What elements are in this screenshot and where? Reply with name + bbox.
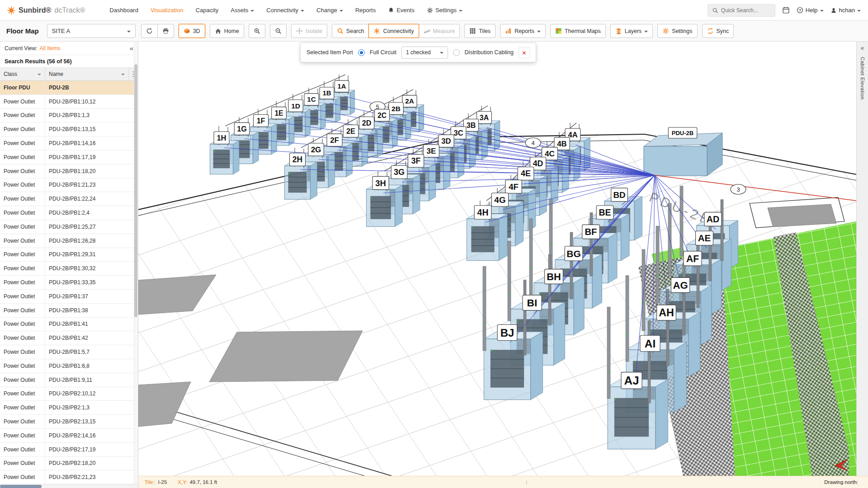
table-row[interactable]: Power OutletPDU-2B/PB1:13,15 <box>0 122 138 136</box>
thermal-maps-button[interactable]: Thermal Maps <box>550 24 606 38</box>
floor-map-canvas[interactable]: PDU-2B5431A1B1C1D1E1F1G1H2A2B2C2D2E2F2G2… <box>138 42 856 476</box>
measure-button[interactable]: Measure <box>419 24 460 38</box>
svg-text:4G: 4G <box>494 195 505 205</box>
connectivity-options-panel: Selected Item Port Full Circuit 1 checke… <box>300 42 536 62</box>
table-row[interactable]: Power OutletPDU-2B/PB1:42 <box>0 331 138 345</box>
current-view-value[interactable]: All Items <box>39 45 60 52</box>
nav-item-reports[interactable]: Reports <box>355 7 376 14</box>
cabinet-elevation-panel[interactable]: « Cabinet Elevation <box>856 42 868 476</box>
sidebar-hscrollbar-thumb[interactable] <box>0 485 42 488</box>
table-row[interactable]: Power OutletPDU-2B/PB2:13,15 <box>0 415 138 429</box>
nav-item-capacity[interactable]: Capacity <box>196 7 219 14</box>
search-button[interactable]: Search <box>332 24 369 38</box>
site-selector[interactable]: SITE A <box>47 24 136 38</box>
chevron-down-icon <box>127 31 131 33</box>
table-row[interactable]: Power OutletPDU-2B/PB1:2,4 <box>0 206 138 220</box>
help-menu[interactable]: ? Help <box>797 7 824 14</box>
table-row[interactable]: Power OutletPDU-2B/PB1:33,35 <box>0 276 138 290</box>
sync-button[interactable]: Sync <box>702 24 734 38</box>
table-row[interactable]: Power OutletPDU-2B/PB1:14,16 <box>0 136 138 150</box>
nav-item-change[interactable]: Change <box>316 7 343 14</box>
reports-button[interactable]: Reports <box>500 24 546 38</box>
table-row[interactable]: Power OutletPDU-2B/PB1:9,11 <box>0 373 138 387</box>
table-row[interactable]: Power OutletPDU-2B/PB2:18,20 <box>0 457 138 471</box>
calendar-icon[interactable] <box>782 6 790 14</box>
refresh-button[interactable] <box>141 24 158 38</box>
collapse-sidebar-icon[interactable]: « <box>130 44 133 52</box>
distribution-cabling-radio[interactable] <box>453 49 460 56</box>
table-row[interactable]: Power OutletPDU-2B/PB1:18,20 <box>0 164 138 178</box>
connectivity-button[interactable]: Connectivity <box>368 24 419 38</box>
search-orange-icon <box>337 28 344 34</box>
nav-item-assets[interactable]: Assets <box>231 7 254 14</box>
table-row[interactable]: Power OutletPDU-2B/PB1:29,31 <box>0 248 138 262</box>
table-row[interactable]: Power OutletPDU-2B/PB2:1,3 <box>0 401 138 415</box>
checked-items-dropdown[interactable]: 1 checked <box>401 47 448 59</box>
table-row[interactable]: Power OutletPDU-2B/PB2:14,16 <box>0 429 138 443</box>
floor-map-3d-scene[interactable]: PDU-2B5431A1B1C1D1E1F1G1H2A2B2C2D2E2F2G2… <box>138 42 856 476</box>
layers-button[interactable]: Layers <box>610 24 653 38</box>
column-header-class[interactable]: Class <box>0 68 45 80</box>
zoom-out-button[interactable] <box>270 24 287 38</box>
button-label: Connectivity <box>383 28 414 34</box>
nav-item-visualization[interactable]: Visualization <box>151 7 184 14</box>
layers-icon <box>615 28 622 34</box>
table-row[interactable]: Power OutletPDU-2B/PB1:10,12 <box>0 95 138 109</box>
svg-text:4F: 4F <box>509 182 519 192</box>
table-row[interactable]: Floor PDUPDU-2B <box>0 81 138 95</box>
table-row[interactable]: Power OutletPDU-2B/PB2:17,19 <box>0 443 138 457</box>
table-row[interactable]: Power OutletPDU-2B/PB1:17,19 <box>0 150 138 164</box>
chevron-down-icon <box>440 52 443 54</box>
nav-item-label: Change <box>316 7 337 14</box>
3d-button[interactable]: 3D <box>179 24 205 38</box>
svg-text:2H: 2H <box>292 155 302 164</box>
svg-text:2C: 2C <box>377 112 387 119</box>
button-label: Home <box>224 28 239 34</box>
full-circuit-radio[interactable] <box>358 49 365 56</box>
table-row[interactable]: Power OutletPDU-2B/PB1:25,27 <box>0 220 138 234</box>
table-row[interactable]: Power OutletPDU-2B/PB1:1,3 <box>0 109 138 123</box>
svg-text:1E: 1E <box>274 109 283 117</box>
cell-name: PDU-2B/PB1:13,15 <box>45 122 138 136</box>
table-row[interactable]: Power OutletPDU-2B/PB1:38 <box>0 304 138 318</box>
table-row[interactable]: Power OutletPDU-2B/PB1:22,24 <box>0 192 138 206</box>
column-header-name[interactable]: Name <box>45 68 129 80</box>
close-panel-button[interactable]: × <box>519 47 530 58</box>
toolbar-group <box>249 24 265 38</box>
settings-button[interactable]: Settings <box>657 24 697 38</box>
svg-text:BH: BH <box>547 271 561 282</box>
table-row[interactable]: Power OutletPDU-2B/PB1:26,28 <box>0 234 138 248</box>
expand-panel-icon[interactable]: « <box>861 44 864 52</box>
nav-item-connectivity[interactable]: Connectivity <box>266 7 304 14</box>
table-row[interactable]: Power OutletPDU-2B/PB1:5,7 <box>0 345 138 359</box>
table-row[interactable]: Power OutletPDU-2B/PB1:41 <box>0 318 138 332</box>
table-row[interactable]: Power OutletPDU-2B/PB2:10,12 <box>0 387 138 401</box>
nav-item-events[interactable]: Events <box>388 7 415 14</box>
sidebar-scrollbar-thumb[interactable] <box>134 64 137 317</box>
svg-text:4C: 4C <box>545 149 555 158</box>
full-circuit-label: Full Circuit <box>370 49 396 56</box>
quick-search[interactable] <box>708 4 775 17</box>
table-row[interactable]: Power OutletPDU-2B/PB1:6,8 <box>0 359 138 373</box>
sidebar-hscrollbar-track[interactable] <box>0 484 138 488</box>
toolbar-group <box>270 24 287 38</box>
table-row[interactable]: Power OutletPDU-2B/PB1:30,32 <box>0 262 138 276</box>
svg-text:BF: BF <box>585 227 597 237</box>
print-button[interactable] <box>157 24 174 38</box>
home-button[interactable]: Home <box>210 24 244 38</box>
isolate-button[interactable]: Isolate <box>291 24 327 38</box>
current-view-bar: Current View: All Items « <box>0 42 138 55</box>
svg-text:2E: 2E <box>346 127 355 135</box>
nav-item-dashboard[interactable]: Dashboard <box>109 7 138 14</box>
sidebar-scrollbar-track[interactable] <box>134 42 138 484</box>
quick-search-input[interactable] <box>721 7 772 14</box>
svg-text:4H: 4H <box>477 207 489 217</box>
table-row[interactable]: Power OutletPDU-2B/PB1:37 <box>0 290 138 304</box>
table-row[interactable]: Power OutletPDU-2B/PB2:21,23 <box>0 470 138 484</box>
nav-item-settings[interactable]: Settings <box>427 7 462 14</box>
table-row[interactable]: Power OutletPDU-2B/PB1:21,23 <box>0 178 138 192</box>
zoom-in-button[interactable] <box>249 24 265 38</box>
tiles-button[interactable]: Tiles <box>464 24 495 38</box>
thermal-icon <box>555 28 562 34</box>
user-menu[interactable]: hchan <box>830 7 861 14</box>
